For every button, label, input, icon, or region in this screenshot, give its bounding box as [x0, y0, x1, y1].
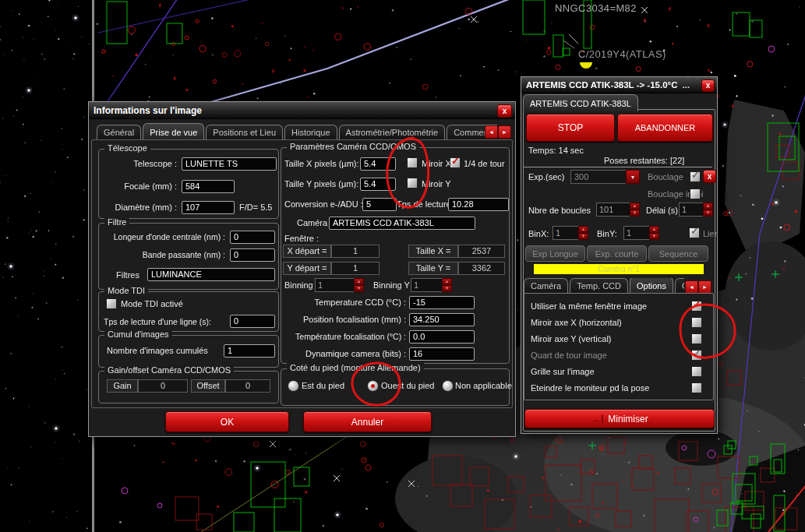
quart-de-tour-checkbox[interactable] — [450, 157, 461, 168]
temps-label: Temps: 14 sec — [528, 146, 584, 155]
dynamique-input[interactable]: 16 — [409, 347, 475, 361]
biny-value: 1 — [623, 226, 649, 240]
filtres-input[interactable]: LUMINANCE — [147, 268, 275, 281]
y-depart-value[interactable]: 1 — [331, 262, 380, 275]
gain-value-cell[interactable]: 0 — [138, 379, 188, 393]
tps-lecture-input[interactable]: 10.28 — [448, 198, 509, 211]
camera-tab-scroll-right-icon[interactable]: ► — [698, 280, 711, 294]
longeur-onde-label: Longeur d'onde centrale (nm) : — [99, 232, 225, 241]
delai-spin-icons[interactable]: ▲▼ — [703, 203, 713, 217]
artemis-camera-tab[interactable]: ARTEMIS CCD ATIK-383L — [523, 94, 638, 111]
bande-passante-input[interactable]: 0 — [230, 248, 275, 262]
option-meme-fenetre-checkbox[interactable] — [691, 301, 702, 312]
gain-header-cell: Gain — [107, 379, 138, 393]
object-label-atlas: C/2019Y4(ATLAS) — [578, 48, 666, 60]
tab-camera[interactable]: Caméra — [524, 278, 568, 294]
exp-sec-dropdown[interactable]: 300 ▼ — [570, 170, 640, 184]
conversion-input[interactable]: 5 — [362, 198, 397, 211]
lier-label: Lier — [703, 229, 717, 238]
miroir-y-label: Miroir Y — [422, 179, 451, 188]
dropdown-arrow-icon[interactable]: ▼ — [626, 170, 640, 184]
temp-focalisation-input[interactable]: 0.0 — [409, 330, 475, 344]
temp-ccd-input[interactable]: -15 — [409, 296, 475, 309]
tab-prise-de-vue[interactable]: Prise de vue — [143, 123, 204, 140]
binning-y-spin-icons[interactable]: ▲▼ — [442, 278, 452, 292]
cancel-exposure-icon[interactable]: x — [703, 170, 716, 183]
tab-scroll-left-icon[interactable]: ◄ — [485, 125, 498, 139]
longeur-onde-input[interactable]: 0 — [230, 231, 275, 244]
close-icon[interactable]: x — [497, 104, 512, 118]
tab-temp-ccd[interactable]: Temp. CCD — [570, 278, 628, 294]
image-info-titlebar[interactable]: Informations sur l'image — [89, 102, 515, 119]
delai-label: Délai (s) — [646, 206, 678, 215]
taille-y-label: Taille Y pixels (µm): — [284, 179, 358, 188]
temp-ccd-label: Temperature CCD (°C) : — [281, 298, 406, 307]
binx-spin-icons[interactable]: ▲▼ — [578, 226, 588, 240]
filtres-label: Filtres — [116, 270, 139, 280]
title-more-icon: ... — [683, 80, 690, 90]
tab-astrometrie[interactable]: Astrométrie/Photométrie — [339, 125, 446, 140]
focale-label: Focale (mm) : — [99, 181, 177, 191]
minimize-arrow-icon: → — [591, 415, 603, 423]
poses-restantes-label: Poses restantes: [22] — [604, 156, 684, 165]
diametre-label: Diamètre (mm) : — [99, 203, 177, 212]
bouclage-infini-checkbox[interactable] — [690, 188, 701, 199]
y-depart-header: Y départ = — [283, 262, 331, 275]
binx-stepper[interactable]: 1 ▲▼ — [553, 226, 588, 240]
miroir-y-checkbox[interactable] — [407, 178, 418, 188]
position-focalisation-input[interactable]: 34.250 — [409, 313, 475, 326]
taille-y-input[interactable]: 5.4 — [360, 178, 396, 191]
biny-spin-icons[interactable]: ▲▼ — [649, 226, 659, 240]
biny-stepper[interactable]: 1 ▲▼ — [623, 226, 659, 240]
focale-input[interactable]: 584 — [182, 180, 235, 193]
x-depart-value[interactable]: 1 — [331, 245, 380, 258]
tab-guidage[interactable]: Guidage — [675, 278, 684, 294]
option-quart-tour-checkbox — [691, 350, 702, 361]
option-miroir-x-checkbox[interactable] — [691, 317, 702, 328]
radio-non-applicable[interactable] — [442, 380, 454, 392]
tab-historique[interactable]: Historique — [284, 125, 337, 140]
diametre-input[interactable]: 107 — [182, 201, 235, 214]
tab-scroll-right-icon[interactable]: ► — [498, 125, 511, 139]
nbre-boucles-spin-icons[interactable]: ▲▼ — [630, 203, 640, 217]
taille-y-fenetre-header: Taille Y = — [408, 262, 458, 275]
minimiser-button[interactable]: → Minimiser — [524, 409, 715, 428]
artemis-titlebar[interactable]: ARTEMIS CCD ATIK-383L -> -15.0°C ... — [521, 77, 717, 93]
option-grille-checkbox[interactable] — [691, 366, 702, 377]
binning-x-stepper[interactable]: 1 ▲▼ — [315, 278, 364, 292]
artemis-close-icon[interactable]: x — [701, 79, 715, 92]
binning-x-spin-icons[interactable]: ▲▼ — [354, 278, 364, 292]
delai-stepper[interactable]: 1 ▲▼ — [679, 203, 713, 217]
divider — [524, 167, 712, 167]
taille-y-fenetre-value[interactable]: 3362 — [458, 262, 505, 275]
mode-tdi-checkbox[interactable] — [106, 298, 117, 309]
stop-button[interactable]: STOP — [526, 114, 615, 142]
tab-general[interactable]: Général — [97, 125, 141, 140]
radio-ouest-du-pied[interactable] — [367, 380, 379, 392]
camera-input[interactable]: ARTEMIS CCD ATIK-383L — [329, 217, 475, 230]
option-eteindre-moniteur-checkbox[interactable] — [691, 382, 702, 393]
telescope-label: Telescope : — [99, 159, 177, 168]
ok-button[interactable]: OK — [165, 411, 289, 432]
tab-options[interactable]: Options — [630, 278, 673, 294]
abandonner-button[interactable]: ABANDONNER — [617, 114, 713, 142]
binning-y-stepper[interactable]: 1 ▲▼ — [411, 278, 452, 292]
x-depart-header: X départ = — [283, 245, 331, 258]
miroir-x-checkbox[interactable] — [407, 157, 418, 168]
delai-value: 1 — [679, 203, 703, 217]
telescope-group: Télescope Telescope : LUNETTE TS Focale … — [98, 149, 279, 219]
nbre-boucles-stepper[interactable]: 101 ▲▼ — [596, 203, 640, 217]
tps-ligne-input[interactable]: 0 — [230, 315, 275, 328]
object-label-m82: NNGC3034=M82 — [555, 2, 637, 14]
annuler-button[interactable]: Annuler — [303, 411, 432, 432]
telescope-input[interactable]: LUNETTE TS — [182, 157, 277, 171]
tab-positions-et-lieu[interactable]: Positions et Lieu — [206, 125, 283, 140]
taille-x-input[interactable]: 5.4 — [360, 157, 396, 171]
radio-est-du-pied[interactable] — [288, 380, 299, 392]
taille-x-fenetre-value[interactable]: 2537 — [458, 245, 505, 258]
option-miroir-y-checkbox[interactable] — [691, 333, 702, 344]
camera-tab-scroll-left-icon[interactable]: ◄ — [685, 280, 698, 294]
offset-value-cell[interactable]: 0 — [225, 379, 270, 393]
binning-y-value: 1 — [411, 278, 442, 292]
nombre-images-input[interactable]: 1 — [224, 344, 275, 358]
